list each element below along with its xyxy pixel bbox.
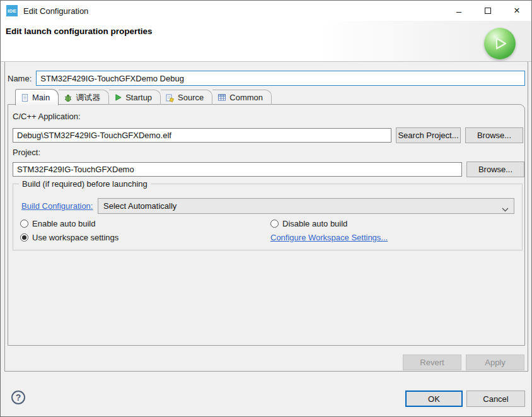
project-browse-button[interactable]: Browse... xyxy=(466,162,524,177)
title-bar: IDE Edit Configuration – × xyxy=(1,1,531,21)
tab-common[interactable]: Common xyxy=(212,90,272,105)
edit-configuration-dialog: IDE Edit Configuration – × Edit launch c… xyxy=(0,0,532,417)
tab-startup[interactable]: Startup xyxy=(109,90,161,105)
run-launch-icon xyxy=(484,28,516,59)
application-browse-button[interactable]: Browse... xyxy=(465,127,523,143)
play-icon xyxy=(114,93,122,102)
tab-source-label: Source xyxy=(178,93,204,102)
configure-workspace-settings-link[interactable]: Configure Workspace Settings... xyxy=(270,233,388,242)
play-triangle-icon xyxy=(492,36,507,51)
search-project-button[interactable]: Search Project... xyxy=(396,127,461,143)
main-tab-panel: C/C++ Application: Search Project... Bro… xyxy=(8,104,525,346)
revert-button[interactable]: Revert xyxy=(403,355,461,370)
radio-icon xyxy=(270,220,279,228)
source-icon xyxy=(166,93,175,102)
tab-debugger[interactable]: 调试器 xyxy=(59,90,109,105)
radio-enable-auto-build-label: Enable auto build xyxy=(32,219,95,228)
window-title: Edit Configuration xyxy=(23,6,88,16)
tab-common-label: Common xyxy=(229,93,263,102)
document-icon xyxy=(21,93,29,102)
build-group-title: Build (if required) before launching xyxy=(19,179,151,189)
cancel-button[interactable]: Cancel xyxy=(466,391,525,407)
maximize-icon xyxy=(485,8,491,14)
tab-startup-label: Startup xyxy=(125,93,152,102)
build-configuration-select[interactable]: Select Automatically xyxy=(98,198,514,214)
maximize-button[interactable] xyxy=(473,1,502,21)
tab-debugger-label: 调试器 xyxy=(76,92,100,103)
apply-button[interactable]: Apply xyxy=(466,355,524,370)
name-label: Name: xyxy=(8,74,32,83)
chevron-down-icon xyxy=(502,204,509,214)
project-input[interactable] xyxy=(13,162,462,177)
radio-disable-auto-build-label: Disable auto build xyxy=(282,219,347,228)
dialog-body: Name: Main xyxy=(4,62,528,372)
minimize-button[interactable]: – xyxy=(444,1,473,21)
close-button[interactable]: × xyxy=(502,1,531,21)
radio-icon xyxy=(20,220,28,228)
help-icon[interactable]: ? xyxy=(11,391,25,404)
application-input[interactable] xyxy=(13,128,391,143)
app-icon: IDE xyxy=(6,5,18,16)
build-group: Build (if required) before launching Bui… xyxy=(13,184,523,250)
radio-use-workspace-settings[interactable]: Use workspace settings xyxy=(20,233,119,242)
tab-main-label: Main xyxy=(32,93,50,102)
dialog-header: Edit launch configuration properties xyxy=(1,21,531,62)
project-label: Project: xyxy=(13,148,40,157)
build-configuration-value: Select Automatically xyxy=(103,201,176,211)
window-controls: – × xyxy=(444,1,531,21)
build-configuration-link[interactable]: Build Configuration: xyxy=(21,201,93,211)
tab-source[interactable]: Source xyxy=(161,90,212,105)
radio-enable-auto-build[interactable]: Enable auto build xyxy=(20,219,95,228)
dialog-subtitle: Edit launch configuration properties xyxy=(6,26,153,36)
name-row: Name: xyxy=(8,70,525,86)
application-label: C/C++ Application: xyxy=(13,112,81,121)
tab-bar: Main 调试器 Startup xyxy=(15,89,272,105)
name-input[interactable] xyxy=(36,71,525,86)
radio-use-workspace-settings-label: Use workspace settings xyxy=(32,233,119,242)
radio-disable-auto-build[interactable]: Disable auto build xyxy=(270,219,347,228)
radio-checked-icon xyxy=(20,233,28,242)
tab-main[interactable]: Main xyxy=(15,89,59,105)
button-bar: ? OK Cancel xyxy=(1,372,531,416)
bug-icon xyxy=(64,93,72,102)
ok-button[interactable]: OK xyxy=(405,391,463,407)
table-icon xyxy=(217,93,226,102)
